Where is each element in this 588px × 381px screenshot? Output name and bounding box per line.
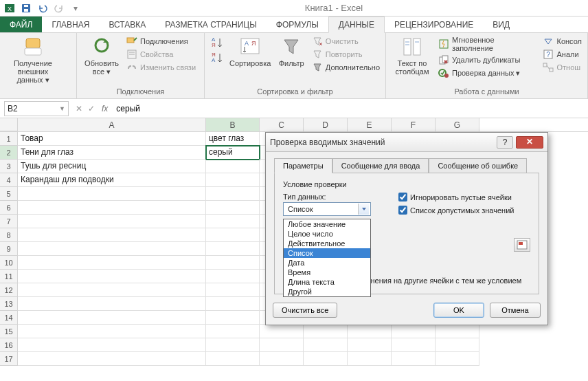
fx-icon[interactable]: fx <box>102 104 108 113</box>
whatif-button[interactable]: ?Анали <box>543 49 582 60</box>
dropdown-option[interactable]: Целое число <box>284 229 370 239</box>
cell[interactable] <box>206 352 260 366</box>
chevron-down-icon[interactable]: ▼ <box>59 105 65 112</box>
dialog-titlebar[interactable]: Проверка вводимых значений ? ✕ <box>266 133 547 152</box>
cell[interactable]: Товар <box>18 132 206 146</box>
cell[interactable]: серый <box>206 146 260 160</box>
row-header[interactable]: 14 <box>0 311 18 325</box>
dialog-close-button[interactable]: ✕ <box>516 136 543 149</box>
excel-app-icon[interactable]: X <box>3 1 16 15</box>
cell[interactable] <box>18 352 206 366</box>
cell[interactable] <box>18 338 206 352</box>
cell[interactable] <box>18 325 206 338</box>
cell[interactable] <box>304 325 348 338</box>
row-header[interactable]: 11 <box>0 270 18 283</box>
cell[interactable] <box>18 283 206 297</box>
cell[interactable] <box>348 338 392 352</box>
row-header[interactable]: 1 <box>0 132 18 146</box>
sort-button[interactable]: АЯ Сортировка <box>229 36 271 67</box>
cell[interactable] <box>206 228 260 242</box>
text-to-columns-button[interactable]: Текст по столбцам <box>392 36 433 76</box>
get-external-data-button[interactable]: Получение внешних данных ▾ <box>5 36 60 84</box>
dropdown-option[interactable]: Время <box>284 268 370 277</box>
flash-fill-button[interactable]: Мгновенное заполнение <box>438 36 538 52</box>
cell[interactable] <box>206 270 260 283</box>
confirm-edit-icon[interactable]: ✓ <box>88 104 95 113</box>
row-header[interactable]: 17 <box>0 352 18 366</box>
cell[interactable] <box>260 352 304 366</box>
cell[interactable] <box>206 311 260 325</box>
row-header[interactable]: 7 <box>0 215 18 228</box>
cell[interactable] <box>206 242 260 256</box>
cell[interactable] <box>436 352 479 366</box>
cell[interactable] <box>206 256 260 270</box>
tab-view[interactable]: ВИД <box>483 17 519 32</box>
filter-button[interactable]: Фильтр <box>276 36 306 67</box>
remove-duplicates-button[interactable]: Удалить дубликаты <box>438 54 538 65</box>
cancel-edit-icon[interactable]: ✕ <box>76 104 82 113</box>
col-header-e[interactable]: E <box>348 118 392 131</box>
cell[interactable]: Тени для глаз <box>18 146 206 160</box>
cell[interactable] <box>206 187 260 201</box>
cell[interactable] <box>260 325 304 338</box>
cell[interactable] <box>18 256 206 270</box>
cell[interactable] <box>18 311 206 325</box>
cell[interactable] <box>18 215 206 228</box>
cell[interactable] <box>348 325 392 338</box>
clear-all-button[interactable]: Очистить все <box>273 303 337 318</box>
row-header[interactable]: 12 <box>0 283 18 297</box>
dropdown-option[interactable]: Действительное <box>284 239 370 248</box>
cell[interactable] <box>392 338 436 352</box>
col-header-c[interactable]: C <box>260 118 304 131</box>
cell[interactable] <box>206 160 260 173</box>
row-header[interactable]: 13 <box>0 297 18 311</box>
col-header-d[interactable]: D <box>304 118 348 131</box>
name-box[interactable]: B2▼ <box>4 101 69 116</box>
cell[interactable] <box>206 297 260 311</box>
row-header[interactable]: 16 <box>0 338 18 352</box>
dropdown-option[interactable]: Дата <box>284 258 370 268</box>
range-picker-button[interactable] <box>514 238 530 252</box>
cell[interactable] <box>18 228 206 242</box>
cell[interactable] <box>206 201 260 215</box>
chevron-down-icon[interactable] <box>358 204 369 215</box>
cell[interactable] <box>206 283 260 297</box>
row-header[interactable]: 15 <box>0 325 18 338</box>
cancel-button[interactable]: Отмена <box>490 303 541 318</box>
refresh-all-button[interactable]: Обновить все ▾ <box>82 36 121 76</box>
select-all-triangle[interactable] <box>0 118 18 131</box>
col-header-g[interactable]: G <box>436 118 479 131</box>
cell[interactable]: Карандаш для подводки <box>18 173 206 187</box>
col-header-a[interactable]: A <box>18 118 206 131</box>
cell[interactable]: цвет глаз <box>206 132 260 146</box>
cell[interactable] <box>206 325 260 338</box>
tab-home[interactable]: ГЛАВНАЯ <box>42 17 99 32</box>
cell[interactable] <box>304 352 348 366</box>
row-header[interactable]: 8 <box>0 228 18 242</box>
col-header-b[interactable]: B <box>206 118 260 131</box>
consolidate-button[interactable]: Консол <box>543 36 582 47</box>
row-header[interactable]: 6 <box>0 201 18 215</box>
cell[interactable] <box>348 352 392 366</box>
cell[interactable] <box>436 338 479 352</box>
sort-desc-icon[interactable]: ЯА <box>210 51 224 65</box>
cell[interactable] <box>18 242 206 256</box>
cell[interactable] <box>392 352 436 366</box>
cell[interactable] <box>392 325 436 338</box>
row-header[interactable]: 4 <box>0 173 18 187</box>
cell[interactable] <box>18 297 206 311</box>
col-header-f[interactable]: F <box>392 118 436 131</box>
ok-button[interactable]: OK <box>433 303 484 318</box>
cell[interactable] <box>18 270 206 283</box>
tab-insert[interactable]: ВСТАВКА <box>99 17 155 32</box>
dialog-help-button[interactable]: ? <box>497 136 513 149</box>
tab-data[interactable]: ДАННЫЕ <box>328 17 385 33</box>
allow-type-dropdown[interactable]: Любое значениеЦелое числоДействительноеС… <box>283 219 371 297</box>
data-validation-button[interactable]: Проверка данных ▾ <box>438 67 538 78</box>
cell[interactable]: Тушь для ресниц <box>18 160 206 173</box>
row-header[interactable]: 2 <box>0 146 18 160</box>
connections-button[interactable]: Подключения <box>126 36 196 47</box>
row-header[interactable]: 10 <box>0 256 18 270</box>
tab-page-layout[interactable]: РАЗМЕТКА СТРАНИЦЫ <box>155 17 267 32</box>
sort-asc-icon[interactable]: АЯ <box>210 36 224 50</box>
